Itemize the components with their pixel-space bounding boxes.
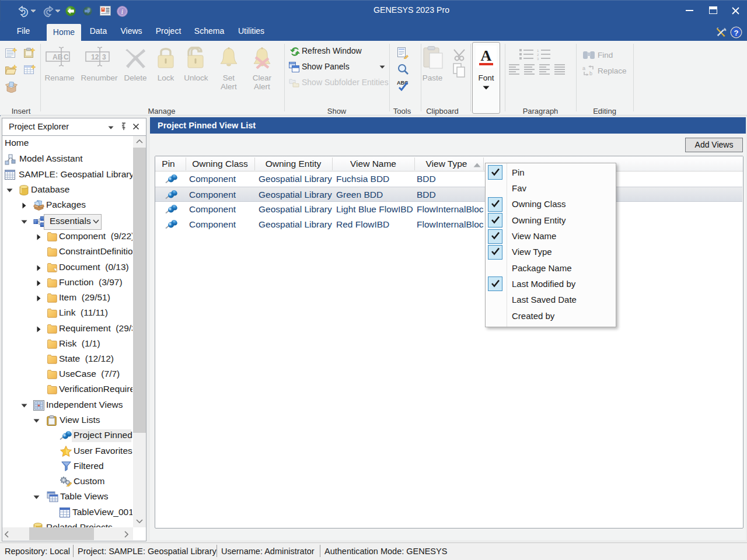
svg-text:a: a	[582, 65, 585, 71]
svg-text:2: 2	[537, 53, 539, 57]
svg-text:3: 3	[102, 53, 106, 61]
svg-text:b: b	[589, 71, 592, 76]
svg-text:A: A	[481, 47, 492, 64]
svg-text:?: ?	[734, 29, 739, 37]
svg-text:3: 3	[537, 57, 539, 61]
svg-text:C: C	[64, 53, 69, 61]
svg-text:1: 1	[537, 49, 539, 52]
svg-text:i: i	[121, 8, 123, 16]
svg-text:12: 12	[91, 53, 99, 61]
